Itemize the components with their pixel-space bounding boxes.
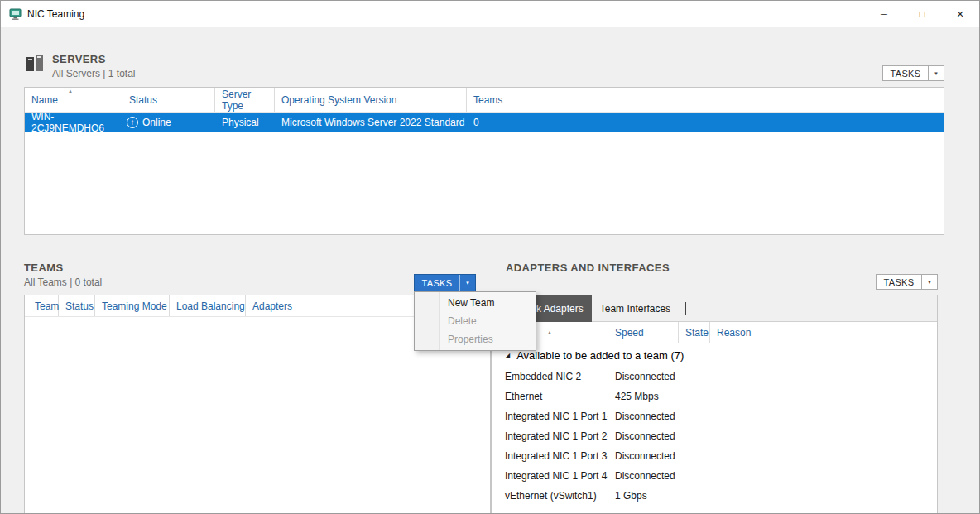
tab-team-interfaces[interactable]: Team Interfaces [592, 295, 679, 322]
adapter-row[interactable]: Integrated NIC 1 Port 4-1Disconnected [492, 466, 937, 486]
server-name: WIN-2CJ9NEMDHO6 [25, 113, 122, 132]
adapter-row[interactable]: vEthernet (vSwitch1)1 Gbps [492, 486, 937, 506]
adapters-tab-strip: Network AdaptersTeam Interfaces [492, 295, 937, 322]
adapters-rows: Embedded NIC 2DisconnectedEthernet425 Mb… [492, 367, 937, 506]
adapter-row[interactable]: Integrated NIC 1 Port 2-1Disconnected [492, 426, 937, 446]
maximize-icon: □ [920, 9, 925, 19]
adapters-section-title: ADAPTERS AND INTERFACES [506, 262, 670, 274]
adapters-group-row[interactable]: ◢ Available to be added to a team (7) [492, 343, 937, 367]
adapter-speed: Disconnected [608, 430, 675, 442]
teams-section-subtitle: All Teams | 0 total [24, 276, 102, 288]
teams-section-title: TEAMS [24, 262, 102, 274]
adapters-tasks-button[interactable]: TASKS ▼ [876, 274, 938, 290]
server-status: ↑ Online [122, 113, 215, 132]
servers-col-os-version[interactable]: Operating System Version [275, 88, 467, 112]
teams-col-status[interactable]: Status [59, 295, 95, 316]
adapters-panel: Network AdaptersTeam Interfaces ▲ Speed … [491, 295, 938, 514]
servers-col-teams[interactable]: Teams [467, 88, 944, 112]
chevron-down-icon: ▼ [922, 280, 937, 285]
collapse-triangle-icon: ◢ [505, 352, 510, 359]
server-teams-count: 0 [467, 113, 944, 132]
close-icon: ✕ [956, 9, 963, 20]
adapter-row[interactable]: Integrated NIC 1 Port 1-1Disconnected [492, 406, 937, 426]
servers-tasks-button[interactable]: TASKS ▼ [882, 65, 944, 81]
adapter-name: Ethernet [492, 391, 608, 402]
maximize-button[interactable]: □ [903, 1, 941, 27]
sort-asc-icon: ▲ [547, 329, 553, 335]
minimize-icon: ─ [881, 9, 887, 19]
adapter-speed: 425 Mbps [608, 391, 659, 402]
chevron-down-icon: ▼ [929, 71, 944, 76]
adapter-name: Embedded NIC 2 [492, 371, 608, 382]
adapters-group-label: Available to be added to a team (7) [516, 349, 684, 362]
titlebar: NIC Teaming ─ □ ✕ [1, 1, 979, 27]
adapters-col-speed[interactable]: Speed [608, 322, 679, 343]
teams-col-team[interactable]: Team [25, 295, 59, 316]
teams-tasks-menu-items: New TeamDeleteProperties [415, 294, 536, 348]
minimize-button[interactable]: ─ [865, 1, 903, 27]
window-title: NIC Teaming [27, 8, 84, 20]
tab-separator [685, 302, 686, 315]
menu-item-properties: Properties [415, 330, 536, 348]
server-up-arrow-icon: ↑ [127, 117, 138, 128]
adapter-row[interactable]: Embedded NIC 2Disconnected [492, 367, 937, 387]
server-row-selected[interactable]: WIN-2CJ9NEMDHO6 ↑ Online Physical Micros… [25, 113, 944, 132]
servers-table: ▲ Name Status Server Type Operating Syst… [24, 87, 944, 235]
teams-tasks-button[interactable]: TASKS ▼ [414, 274, 476, 291]
servers-section-subtitle: All Servers | 1 total [52, 68, 136, 79]
servers-icon [24, 52, 46, 77]
adapter-row[interactable]: Ethernet425 Mbps [492, 387, 937, 406]
teams-col-load-balancing[interactable]: Load Balancing [170, 295, 246, 316]
teams-col-teaming-mode[interactable]: Teaming Mode [95, 295, 170, 316]
adapter-name: Integrated NIC 1 Port 2-1 [492, 430, 608, 442]
teams-tasks-menu: New TeamDeleteProperties [414, 291, 536, 351]
servers-table-header: ▲ Name Status Server Type Operating Syst… [25, 88, 944, 113]
teams-col-adapters[interactable]: Adapters [246, 295, 295, 316]
chevron-down-icon: ▼ [460, 281, 475, 286]
sort-asc-icon: ▲ [68, 89, 73, 94]
window-controls: ─ □ ✕ [865, 1, 979, 27]
nic-teaming-window: NIC Teaming ─ □ ✕ SERVERS All Servers | … [0, 0, 980, 514]
adapter-speed: Disconnected [608, 470, 675, 482]
adapters-col-reason[interactable]: Reason [710, 322, 937, 343]
app-icon [9, 7, 22, 21]
close-button[interactable]: ✕ [941, 1, 979, 27]
servers-section-title: SERVERS [52, 53, 136, 65]
servers-col-server-type[interactable]: Server Type [215, 88, 275, 112]
servers-col-name[interactable]: ▲ Name [25, 88, 122, 112]
adapters-col-state[interactable]: State [679, 322, 710, 343]
adapters-table-header: ▲ Speed State Reason [492, 322, 937, 343]
server-os-version: Microsoft Windows Server 2022 Standard [275, 113, 467, 132]
menu-item-new-team[interactable]: New Team [415, 294, 536, 312]
adapter-speed: 1 Gbps [608, 490, 647, 502]
adapter-name: Integrated NIC 1 Port 1-1 [492, 411, 608, 422]
server-type: Physical [215, 113, 275, 132]
adapter-name: vEthernet (vSwitch1) [492, 490, 608, 502]
servers-col-status[interactable]: Status [122, 88, 215, 112]
adapter-speed: Disconnected [608, 371, 675, 382]
adapter-row[interactable]: Integrated NIC 1 Port 3-1Disconnected [492, 446, 937, 466]
adapter-speed: Disconnected [608, 450, 675, 462]
adapter-name: Integrated NIC 1 Port 4-1 [492, 470, 608, 482]
adapter-name: Integrated NIC 1 Port 3-1 [492, 450, 608, 462]
menu-item-delete: Delete [415, 312, 536, 330]
adapter-speed: Disconnected [608, 411, 675, 422]
